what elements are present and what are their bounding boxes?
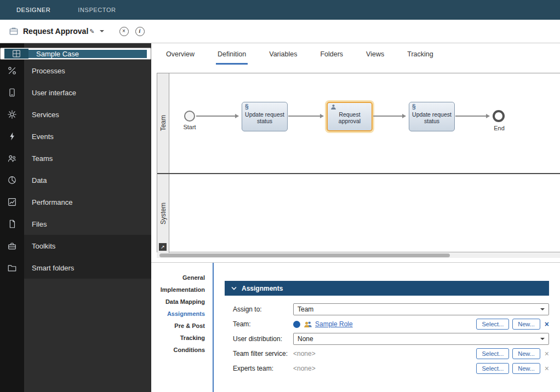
tab-views[interactable]: Views <box>364 50 386 65</box>
sequence-flow[interactable] <box>373 116 405 117</box>
experts-team-new-button[interactable]: New... <box>512 363 540 374</box>
chevron-down-icon[interactable] <box>100 30 104 32</box>
tab-definition[interactable]: Definition <box>216 50 248 65</box>
user-distribution-select[interactable]: None <box>293 333 549 345</box>
open-full-editor-icon[interactable]: ↗ <box>159 243 167 251</box>
lane-label: Team <box>159 115 167 131</box>
chevron-down-icon <box>231 286 237 290</box>
prop-tab-assignments[interactable]: Assignments <box>151 308 212 320</box>
performance-chart-icon <box>0 191 24 213</box>
sidebar-item-performance[interactable]: Performance <box>0 191 151 213</box>
prop-tab-tracking[interactable]: Tracking <box>151 332 212 344</box>
sidebar-item-label: User interface <box>24 82 151 103</box>
team-value-link[interactable]: Sample Role <box>315 320 353 328</box>
user-interface-icon <box>0 82 24 103</box>
sidebar-item-label: Toolkits <box>24 235 151 257</box>
team-new-button[interactable]: New... <box>512 319 540 330</box>
sidebar-item-toolkits[interactable]: Toolkits <box>0 235 151 257</box>
task-update-request-status-2[interactable]: § Update request status <box>409 102 455 131</box>
sidebar-item-events[interactable]: Events <box>0 125 151 147</box>
sidebar-item-label: Events <box>24 125 151 147</box>
prop-tab-pre-post[interactable]: Pre & Post <box>151 320 212 332</box>
end-event-label: End <box>484 125 515 131</box>
sidebar-item-smart-folders[interactable]: Smart folders <box>0 257 151 279</box>
lane-system-header[interactable]: System <box>157 174 169 253</box>
close-circle-icon[interactable]: × <box>119 27 129 36</box>
team-select-button[interactable]: Select... <box>476 319 509 330</box>
assignments-form: Assign to: Team Team: Sample Role Select… <box>225 296 549 374</box>
service-task-icon: § <box>245 103 249 110</box>
properties-panel: General Implementation Data Mapping Assi… <box>151 262 560 392</box>
prop-tab-general[interactable]: General <box>151 272 212 284</box>
team-filter-remove-icon: × <box>545 350 549 358</box>
teams-icon <box>0 147 24 169</box>
app-window: DESIGNER INSPECTOR Request Approval ✎ × … <box>0 0 560 392</box>
artifact-toolbar: Request Approval ✎ × i <box>0 20 560 43</box>
edit-pencil-icon[interactable]: ✎ <box>89 28 94 35</box>
sidebar-item-label: Sample Case <box>28 50 147 58</box>
experts-team-row: Experts team: <none> Select... New... × <box>225 362 549 374</box>
tab-designer[interactable]: DESIGNER <box>16 7 50 13</box>
properties-tab-list: General Implementation Data Mapping Assi… <box>151 272 212 356</box>
services-gear-icon <box>0 103 24 125</box>
team-filter-service-label: Team filter service: <box>233 350 293 358</box>
tab-folders[interactable]: Folders <box>318 50 345 65</box>
sidebar-item-sample-case[interactable]: Sample Case <box>0 48 151 60</box>
assign-to-select[interactable]: Team <box>293 303 549 315</box>
tab-variables[interactable]: Variables <box>267 50 299 65</box>
sidebar-item-label: Performance <box>24 191 151 213</box>
task-label: Request approval <box>339 111 361 124</box>
team-row: Team: Sample Role Select... New... × <box>225 318 549 330</box>
lane-system[interactable]: System <box>157 174 560 253</box>
task-request-approval[interactable]: Request approval <box>327 102 373 131</box>
sequence-flow[interactable] <box>196 116 238 117</box>
assign-to-row: Assign to: Team <box>225 303 549 315</box>
task-update-request-status-1[interactable]: § Update request status <box>242 102 288 131</box>
start-event-label: Start <box>173 124 206 130</box>
assign-to-value: Team <box>298 305 313 313</box>
prop-tab-data-mapping[interactable]: Data Mapping <box>151 296 212 308</box>
library-sidebar: Sample Case Processes User interface Ser… <box>0 43 151 392</box>
team-filter-service-row: Team filter service: <none> Select... Ne… <box>225 348 549 360</box>
tab-overview[interactable]: Overview <box>164 50 196 65</box>
experts-team-select-button[interactable]: Select... <box>476 363 509 374</box>
sidebar-item-user-interface[interactable]: User interface <box>0 82 151 103</box>
tab-tracking[interactable]: Tracking <box>405 50 435 65</box>
sidebar-item-processes[interactable]: Processes <box>0 60 151 82</box>
team-remove-icon[interactable]: × <box>545 320 549 328</box>
lane-label: System <box>159 203 167 224</box>
team-filter-select-button[interactable]: Select... <box>476 348 509 359</box>
info-circle-icon[interactable]: i <box>135 27 145 36</box>
assignments-section: Assignments Assign to: Team Team: <box>225 281 549 377</box>
team-filter-new-button[interactable]: New... <box>512 348 540 359</box>
user-distribution-value: None <box>298 335 313 343</box>
experts-team-remove-icon: × <box>545 365 549 372</box>
prop-tab-conditions[interactable]: Conditions <box>151 344 212 356</box>
sequence-flow[interactable] <box>455 116 489 117</box>
canvas-horizontal-scrollbar[interactable] <box>157 253 560 258</box>
process-diagram-canvas[interactable]: Team System Start § Update request statu… <box>157 73 560 252</box>
tab-inspector[interactable]: INSPECTOR <box>78 7 116 13</box>
chevron-down-icon <box>540 338 545 340</box>
user-distribution-row: User distribution: None <box>225 333 549 345</box>
case-grid-icon <box>4 49 28 59</box>
sidebar-item-data[interactable]: Data <box>0 169 151 191</box>
start-event-node[interactable] <box>184 111 195 122</box>
end-event-node[interactable] <box>493 110 505 122</box>
lane-team-header[interactable]: Team <box>157 73 169 173</box>
user-task-icon <box>330 104 336 111</box>
sidebar-item-teams[interactable]: Teams <box>0 147 151 169</box>
team-label: Team: <box>233 320 293 328</box>
sequence-flow[interactable] <box>288 116 323 117</box>
sidebar-item-services[interactable]: Services <box>0 103 151 125</box>
assignments-section-header[interactable]: Assignments <box>225 281 549 296</box>
prop-tab-implementation[interactable]: Implementation <box>151 284 212 296</box>
expression-toggle-icon[interactable] <box>293 321 300 328</box>
sidebar-item-label: Smart folders <box>24 257 151 279</box>
processes-icon <box>0 60 24 82</box>
task-label: Update request status <box>245 111 284 124</box>
scrollbar-thumb[interactable] <box>159 253 450 257</box>
sidebar-item-label: Teams <box>24 147 151 169</box>
section-title: Assignments <box>242 285 283 292</box>
sidebar-item-files[interactable]: Files <box>0 213 151 235</box>
